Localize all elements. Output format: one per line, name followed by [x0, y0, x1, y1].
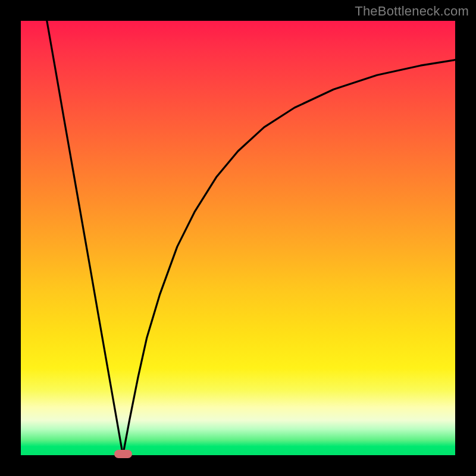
plot-area — [21, 21, 455, 455]
bottleneck-curve — [21, 21, 455, 455]
minimum-marker — [114, 450, 132, 458]
watermark-text: TheBottleneck.com — [355, 4, 469, 19]
chart-frame: TheBottleneck.com — [0, 0, 476, 476]
curve-path — [47, 21, 455, 455]
